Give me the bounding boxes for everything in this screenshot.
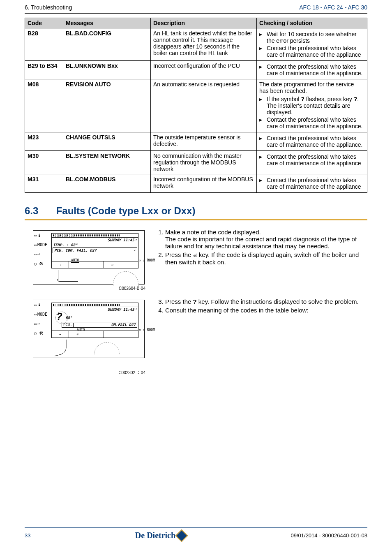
cell-description: No communication with the master regulat… (151, 151, 257, 174)
cell-checking: Contact the professional who takes care … (257, 174, 367, 193)
table-row: M31BL.COM.MODBUSIncorrect configuration … (25, 174, 367, 193)
cell-checking: Contact the professional who takes care … (257, 151, 367, 174)
lcd1-side-icons: ▭ 🌡 ▭ MODE ▭ ⏎ ○ 🛠 (34, 233, 47, 266)
cell-code: B29 to B34 (25, 61, 63, 79)
step-1: Make a note of the code displayed. The c… (165, 229, 367, 250)
section-title: Faults (Code type Lxx or Dxx) (56, 205, 196, 216)
lcd1-pcu-line: PCU. COM. FAIL. D27↓ (53, 247, 137, 253)
th-checking: Checking / solution (257, 18, 367, 28)
diamond-icon (175, 529, 188, 542)
cell-checking: Wait for 10 seconds to see whether the e… (257, 28, 367, 61)
th-description: Description (151, 18, 257, 28)
header-divider (25, 13, 367, 14)
cell-checking: The date programmed for the service has … (257, 79, 367, 132)
th-code: Code (25, 18, 63, 28)
header-section: 6. Troubleshooting (25, 4, 72, 11)
cell-code: M08 (25, 79, 63, 132)
header-model: AFC 18 - AFC 24 - AFC 30 (299, 4, 367, 11)
cell-description: The outside temperature sensor is defect… (151, 132, 257, 151)
cell-message: BL.BAD.CONFIG (63, 28, 151, 61)
cell-description: Incorrect configuration of the MODBUS ne… (151, 174, 257, 193)
brand-logo: De Dietrich (135, 531, 186, 540)
step-2: Press the ⏎ key. If the code is displaye… (165, 251, 367, 266)
lcd2-pcu-line: PCU. OM.FAIL D27 (62, 322, 137, 328)
cell-code: B28 (25, 28, 63, 61)
lcd2-caption: C002302-D-04 (25, 370, 145, 375)
lcd-illustration-1: ▭ 🌡 ▭ MODE ▭ ⏎ ○ 🛠 ▮▯▯▯▮▯▯▯▮▯▯▯▮▮▮▮▮▮▮▮▮… (33, 230, 145, 284)
cell-code: M30 (25, 151, 63, 174)
section-number: 6.3 (25, 205, 53, 217)
cell-message: CHANGE OUTSI.S (63, 132, 151, 151)
table-row: B29 to B34BL.UNKNOWN BxxIncorrect config… (25, 61, 367, 79)
cell-description: An automatic service is requested (151, 79, 257, 132)
troubleshooting-table: Code Messages Description Checking / sol… (25, 18, 367, 193)
cell-code: M23 (25, 132, 63, 151)
lcd1-time: SUNDAY 11:45↑ (52, 238, 138, 243)
check-bullet: Wait for 10 seconds to see whether the e… (259, 31, 364, 44)
section-divider (25, 219, 367, 220)
cell-description: An HL tank is detected whilst the boiler… (151, 28, 257, 61)
lcd2-deg: 68° (65, 316, 72, 320)
lcd1-caption: C002604-B-04 (25, 286, 145, 291)
th-messages: Messages (63, 18, 151, 28)
lcd-illustration-2: ▭ 🌡 ▭ MODE ▭ ⏎ ○ 🛠 ▮▯▯▯▮▯▯▯▮▮▮▮▮▮▮▮▮▮▮▮▮… (33, 300, 145, 358)
footer-reference: 09/01/2014 - 300026440-001-03 (291, 532, 367, 539)
question-key: ? (193, 298, 197, 305)
page-number: 33 (25, 532, 30, 539)
cell-checking: Contact the professional who takes care … (257, 132, 367, 151)
table-row: M23CHANGE OUTSI.SThe outside temperature… (25, 132, 367, 151)
check-bullet: If the symbol ? flashes, press key ?. Th… (259, 96, 364, 116)
cell-code: M31 (25, 174, 63, 193)
table-row: M08REVISION AUTOAn automatic service is … (25, 79, 367, 132)
enter-key-icon: ⏎ (193, 253, 197, 259)
table-row: M30BL.SYSTEM NETWORKNo communication wit… (25, 151, 367, 174)
step-4: Consult the meaning of the codes in the … (165, 307, 367, 314)
lcd2-pointer (54, 340, 103, 358)
cell-message: REVISION AUTO (63, 79, 151, 132)
table-row: B28BL.BAD.CONFIGAn HL tank is detected w… (25, 28, 367, 61)
lcd1-temp: TEMP. : 68° (52, 243, 138, 247)
check-bullet: Contact the professional who takes care … (259, 63, 364, 76)
question-mark-icon: ? (56, 311, 62, 322)
section-heading: 6.3 Faults (Code type Lxx or Dxx) (25, 205, 367, 217)
step-1-subtext: The code is important for the correct an… (165, 236, 367, 250)
lcd2-side-icons: ▭ 🌡 ▭ MODE ▭ ⏎ ○ 🛠 (34, 303, 47, 335)
cell-message: BL.COM.MODBUS (63, 174, 151, 193)
cell-description: Incorrect configuration of the PCU (151, 61, 257, 79)
cell-message: BL.UNKNOWN Bxx (63, 61, 151, 79)
check-bullet: Contact the professional who takes care … (259, 153, 364, 166)
check-bullet: Contact the professional who takes care … (259, 135, 364, 148)
page-footer: 33 De Dietrich 09/01/2014 - 300026440-00… (25, 524, 367, 540)
check-bullet: Contact the professional who takes care … (259, 45, 364, 58)
check-bullet: Contact the professional who takes care … (259, 116, 364, 130)
step-3: Press the ? key. Follow the instructions… (165, 298, 367, 305)
cell-message: BL.SYSTEM NETWORK (63, 151, 151, 174)
check-bullet: Contact the professional who takes care … (259, 177, 364, 190)
cell-checking: Contact the professional who takes care … (257, 61, 367, 79)
